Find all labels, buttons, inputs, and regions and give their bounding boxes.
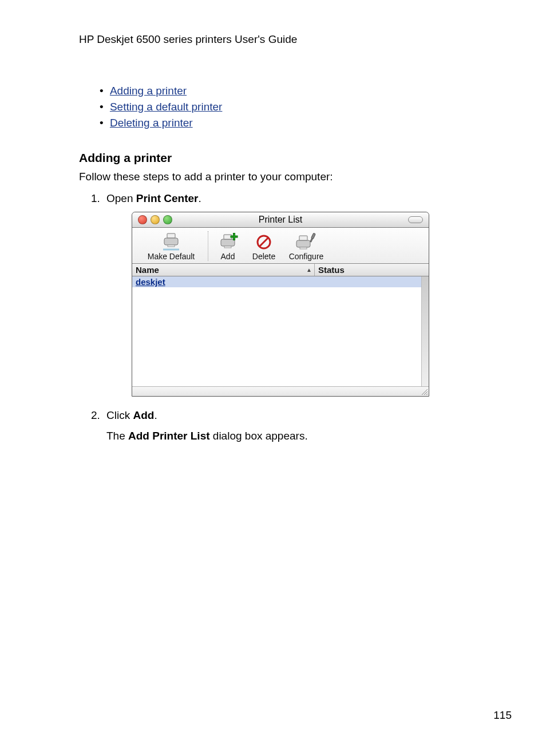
add-button[interactable]: Add xyxy=(209,231,246,261)
list-row[interactable]: deskjet xyxy=(132,276,421,287)
window-title: Printer List xyxy=(132,215,429,225)
column-status-header[interactable]: Status xyxy=(315,264,429,276)
minimize-icon[interactable] xyxy=(151,215,160,224)
steps-list: Open Print Center. Printer List xyxy=(90,192,512,442)
step-2-sub: The Add Printer List dialog box appears. xyxy=(106,430,512,442)
configure-button[interactable]: Configure xyxy=(282,231,331,261)
svg-rect-1 xyxy=(164,238,178,245)
svg-line-18 xyxy=(426,394,428,395)
delete-icon xyxy=(250,231,278,251)
printer-list-window: Printer List Make Defau xyxy=(132,212,429,397)
make-default-label: Make Default xyxy=(138,252,204,261)
make-default-button[interactable]: Make Default xyxy=(136,231,208,261)
row-name: deskjet xyxy=(132,276,315,287)
svg-rect-13 xyxy=(299,236,307,240)
window-titlebar[interactable]: Printer List xyxy=(132,212,429,228)
delete-button[interactable]: Delete xyxy=(246,231,282,261)
toolbar-toggle-button[interactable] xyxy=(408,216,423,223)
svg-rect-2 xyxy=(168,245,175,247)
zoom-icon[interactable] xyxy=(163,215,172,224)
window-toolbar: Make Default xyxy=(132,228,429,264)
toc-link-deleting[interactable]: Deleting a printer xyxy=(110,117,193,129)
svg-rect-5 xyxy=(224,246,231,248)
printer-add-icon xyxy=(214,231,242,251)
printer-default-icon xyxy=(157,231,185,251)
svg-rect-11 xyxy=(296,240,310,247)
step-2-sub-bold: Add Printer List xyxy=(128,430,210,442)
printer-configure-icon xyxy=(292,231,320,251)
svg-rect-0 xyxy=(167,233,175,238)
toc-link-default[interactable]: Setting a default printer xyxy=(110,101,222,113)
step-1: Open Print Center. Printer List xyxy=(103,192,512,397)
resize-handle-icon[interactable] xyxy=(420,387,428,395)
row-status xyxy=(315,276,421,287)
page-number: 115 xyxy=(493,709,512,722)
vertical-scrollbar[interactable] xyxy=(421,276,429,386)
toc-list: Adding a printer Setting a default print… xyxy=(100,85,512,129)
svg-rect-12 xyxy=(300,247,307,249)
document-header: HP Deskjet 6500 series printers User's G… xyxy=(79,33,512,46)
svg-rect-8 xyxy=(234,233,235,240)
window-statusbar xyxy=(132,386,429,396)
step-2: Click Add. The Add Printer List dialog b… xyxy=(103,409,512,442)
section-lead: Follow these steps to add a printer to y… xyxy=(79,171,512,183)
section-heading: Adding a printer xyxy=(79,151,512,165)
toc-link-adding[interactable]: Adding a printer xyxy=(110,85,187,97)
column-name-header[interactable]: Name ▲ xyxy=(132,264,315,276)
delete-label: Delete xyxy=(248,252,279,261)
column-headers: Name ▲ Status xyxy=(132,264,429,276)
svg-rect-4 xyxy=(221,239,235,246)
printer-list-body[interactable]: deskjet xyxy=(132,276,421,386)
step-2-bold: Add xyxy=(133,409,154,421)
add-label: Add xyxy=(212,252,244,261)
sort-ascending-icon: ▲ xyxy=(306,267,312,273)
svg-line-10 xyxy=(260,238,268,246)
configure-label: Configure xyxy=(284,252,329,261)
step-1-bold: Print Center xyxy=(136,192,199,204)
svg-rect-15 xyxy=(310,239,312,242)
close-icon[interactable] xyxy=(138,215,147,224)
